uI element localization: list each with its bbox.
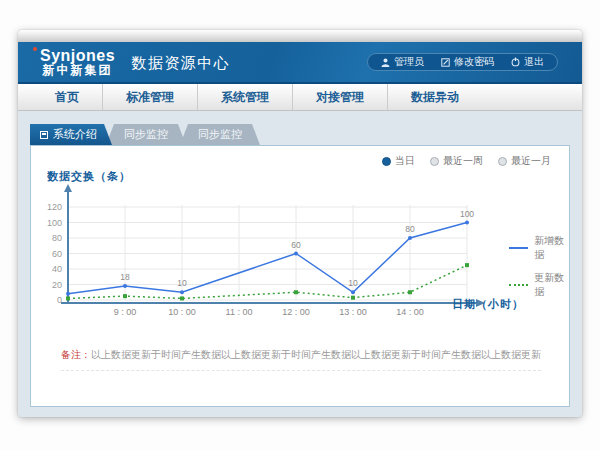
tab-sync-monitor-1[interactable]: 同步监控: [106, 124, 186, 145]
svg-text:100: 100: [460, 209, 474, 219]
svg-text:80: 80: [52, 233, 62, 243]
radio-icon: [498, 157, 507, 166]
svg-text:20: 20: [52, 280, 62, 290]
logout-button[interactable]: 退出: [511, 55, 544, 69]
svg-text:10 : 00: 10 : 00: [168, 307, 196, 317]
change-password-button[interactable]: 修改密码: [441, 55, 494, 69]
svg-text:40: 40: [52, 264, 62, 274]
svg-text:120: 120: [47, 202, 62, 212]
app-window: Synjones 新中新集团 数据资源中心 管理员 修改: [18, 30, 582, 417]
user-menu-button[interactable]: 管理员: [381, 55, 424, 69]
radio-last-month[interactable]: 最近一月: [498, 154, 551, 168]
main-nav: 首页 标准管理 系统管理 对接管理 数据异动: [18, 84, 582, 111]
radio-icon: [382, 157, 391, 166]
tab-bar: 系统介绍 同步监控 同步监控: [30, 124, 582, 145]
app-header: Synjones 新中新集团 数据资源中心 管理员 修改: [18, 42, 582, 84]
nav-item-system-mgmt[interactable]: 系统管理: [197, 84, 292, 110]
svg-text:10: 10: [177, 278, 187, 288]
range-filter-group: 当日 最近一周 最近一月: [382, 154, 551, 168]
user-name: 管理员: [394, 55, 424, 69]
footnote-text: 以上数据更新于时间产生数据以上数据更新于时间产生数据以上数据更新于时间产生数据以…: [91, 349, 541, 360]
x-axis-title: 日期（小时）: [452, 297, 524, 312]
logo: Synjones 新中新集团: [40, 47, 115, 78]
user-icon: [381, 58, 390, 67]
footnote-label: 备注：: [61, 349, 91, 360]
logo-red-dot: [33, 47, 37, 51]
window-top-edge: [18, 30, 582, 42]
nav-item-data-changes[interactable]: 数据异动: [387, 84, 482, 110]
content-area: 系统介绍 同步监控 同步监控 当日 最近一周: [18, 124, 582, 417]
user-pill: 管理员 修改密码 退出: [367, 53, 558, 71]
svg-text:11 : 00: 11 : 00: [226, 307, 253, 317]
svg-text:60: 60: [52, 249, 62, 259]
nav-item-connect-mgmt[interactable]: 对接管理: [292, 84, 387, 110]
svg-text:12 : 00: 12 : 00: [282, 307, 310, 317]
footnote: 备注：以上数据更新于时间产生数据以上数据更新于时间产生数据以上数据更新于时间产生…: [61, 348, 541, 371]
logo-text-cn: 新中新集团: [40, 64, 115, 77]
tab-system-intro[interactable]: 系统介绍: [30, 124, 112, 145]
svg-text:14 : 00: 14 : 00: [396, 307, 424, 317]
page-title: 数据资源中心: [131, 52, 230, 73]
legend-item-update-data: 更新数据: [509, 271, 569, 299]
legend-item-new-data: 新增数据: [509, 234, 569, 262]
svg-text:13 : 00: 13 : 00: [339, 307, 367, 317]
power-icon: [511, 57, 520, 67]
chart-panel: 当日 最近一周 最近一月 数据交换（条） 0204060801001209 : …: [30, 145, 570, 407]
panel-grid-icon: [40, 131, 48, 139]
tab-sync-monitor-2[interactable]: 同步监控: [180, 124, 260, 145]
screen: Synjones 新中新集团 数据资源中心 管理员 修改: [0, 0, 600, 450]
radio-icon: [430, 157, 439, 166]
svg-text:100: 100: [47, 218, 62, 228]
blue-line-swatch: [509, 247, 528, 249]
logo-text-en: Synjones: [40, 47, 115, 65]
svg-text:18: 18: [120, 272, 130, 282]
svg-text:60: 60: [291, 240, 301, 250]
radio-today[interactable]: 当日: [382, 154, 415, 168]
green-dotted-swatch: [509, 284, 528, 286]
radio-last-week[interactable]: 最近一周: [430, 154, 483, 168]
svg-text:10: 10: [348, 278, 358, 288]
svg-text:80: 80: [405, 224, 415, 234]
chart-legend: 新增数据 更新数据: [509, 234, 569, 299]
nav-item-standard-mgmt[interactable]: 标准管理: [102, 84, 197, 110]
nav-item-home[interactable]: 首页: [32, 84, 102, 110]
edit-icon: [441, 58, 450, 67]
svg-text:9 : 00: 9 : 00: [114, 307, 137, 317]
